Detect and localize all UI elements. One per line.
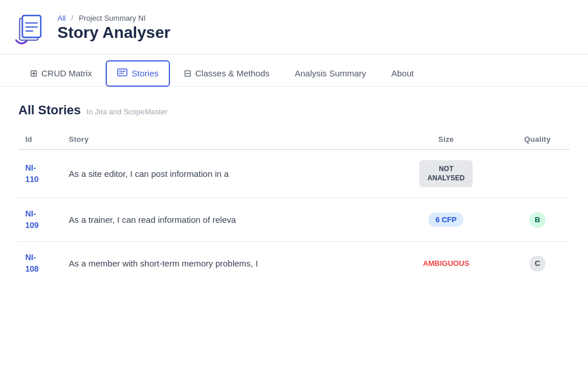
app-logo	[14, 10, 48, 45]
tab-classes-methods[interactable]: ⊟ Classes & Methods	[172, 60, 281, 87]
tab-about-label: About	[391, 68, 413, 78]
breadcrumb-project: Project Summary NI	[79, 14, 145, 22]
badge-ambiguous: AMBIGUOUS	[416, 256, 476, 270]
story-quality-cell: B	[505, 198, 570, 242]
story-size-cell: 6 CFP	[387, 198, 505, 242]
table-row: NI-108As a member with short-term memory…	[18, 242, 570, 285]
table-row: NI-110As a site editor, I can post infor…	[18, 150, 570, 198]
section-header: All Stories In Jira and ScopeMaster	[18, 103, 570, 118]
breadcrumb: All / Project Summary NI	[57, 14, 171, 22]
story-id[interactable]: NI-110	[25, 163, 55, 185]
classes-methods-icon: ⊟	[184, 68, 191, 79]
tab-crud-matrix-label: CRUD Matrix	[41, 68, 92, 78]
story-id[interactable]: NI-108	[25, 252, 55, 275]
table-header-row: Id Story Size Quality	[18, 129, 570, 150]
breadcrumb-all-link[interactable]: All	[57, 14, 65, 22]
main-content: All Stories In Jira and ScopeMaster Id S…	[0, 87, 588, 302]
quality-badge-b: B	[529, 212, 546, 228]
col-header-id: Id	[18, 129, 62, 150]
story-text: As a member with short-term memory probl…	[69, 258, 258, 268]
crud-matrix-icon: ⊞	[30, 68, 37, 79]
stories-table: Id Story Size Quality NI-110As a site ed…	[18, 129, 570, 285]
tab-stories[interactable]: Stories	[106, 60, 170, 87]
page-title: Story Analyser	[57, 24, 171, 42]
tab-classes-methods-label: Classes & Methods	[195, 68, 269, 78]
story-text: As a trainer, I can read information of …	[69, 215, 236, 225]
app-header: All / Project Summary NI Story Analyser	[0, 0, 588, 55]
badge-cfp: 6 CFP	[428, 212, 463, 227]
section-title: All Stories	[18, 103, 81, 118]
story-quality-cell	[505, 150, 570, 198]
tab-about[interactable]: About	[380, 60, 425, 86]
svg-rect-5	[118, 69, 127, 76]
tab-bar: ⊞ CRUD Matrix Stories ⊟ Classes & Method…	[0, 59, 588, 87]
tab-stories-label: Stories	[131, 68, 158, 78]
breadcrumb-sep: /	[71, 14, 74, 22]
tab-analysis-summary[interactable]: Analysis Summary	[283, 60, 377, 86]
table-row: NI-109As a trainer, I can read informati…	[18, 198, 570, 242]
story-quality-cell: C	[505, 242, 570, 285]
header-text-group: All / Project Summary NI Story Analyser	[57, 14, 171, 42]
col-header-quality: Quality	[505, 129, 570, 150]
story-size-cell: AMBIGUOUS	[387, 242, 505, 285]
story-text: As a site editor, I can post information…	[69, 169, 229, 179]
story-id[interactable]: NI-109	[25, 208, 55, 231]
story-size-cell: NOTANALYSED	[387, 150, 505, 198]
tab-analysis-summary-label: Analysis Summary	[295, 68, 366, 78]
section-subtitle: In Jira and ScopeMaster	[87, 107, 168, 116]
badge-not-analysed: NOTANALYSED	[419, 160, 473, 187]
col-header-story: Story	[62, 129, 387, 150]
stories-icon	[117, 68, 127, 79]
quality-badge-c: C	[529, 256, 546, 272]
tab-crud-matrix[interactable]: ⊞ CRUD Matrix	[18, 60, 103, 87]
col-header-size: Size	[387, 129, 505, 150]
